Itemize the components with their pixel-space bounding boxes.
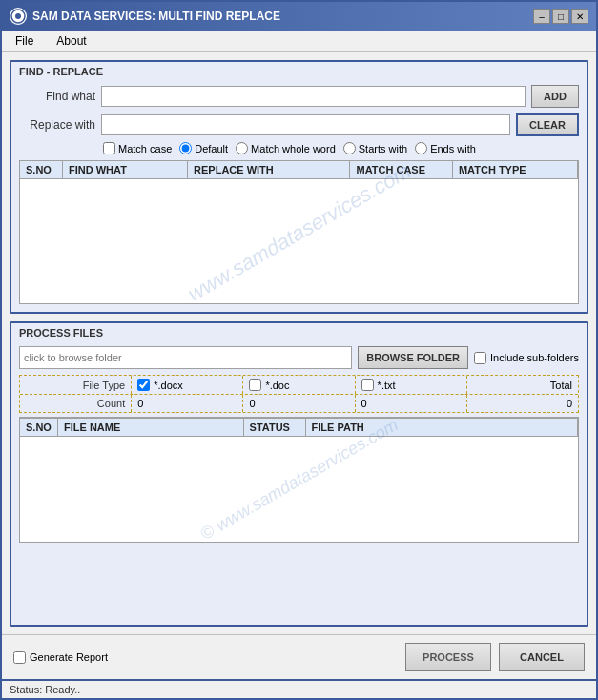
find-what-input[interactable] [101,86,526,107]
count-row: Count 0 0 0 0 [20,395,578,412]
find-replace-section: FIND - REPLACE Find what ADD Replace wit… [10,60,588,314]
files-table: S.NO FILE NAME STATUS FILE PATH © www.sa… [19,417,579,543]
total-count: 0 [467,395,578,412]
ends-with-radio[interactable] [415,142,427,154]
match-whole-word-label: Match whole word [251,143,336,154]
add-button[interactable]: ADD [531,85,579,108]
close-button[interactable]: ✕ [571,9,588,24]
main-window: SAM DATA SERVICES: MULTI FIND REPLACE – … [0,0,598,700]
txt-checkbox[interactable] [361,379,374,391]
default-radio[interactable] [179,142,192,154]
filetype-txt-cell: *.txt [356,376,467,394]
browse-folder-button[interactable]: BROWSE FOLDER [358,346,468,369]
main-content: FIND - REPLACE Find what ADD Replace wit… [2,52,596,634]
files-col-filepath: FILE PATH [306,419,578,436]
title-bar-left: SAM DATA SERVICES: MULTI FIND REPLACE [10,8,280,25]
files-table-body: © www.samdataservices.com [20,437,578,542]
window-title: SAM DATA SERVICES: MULTI FIND REPLACE [32,10,280,23]
col-replacewith: REPLACE WITH [188,161,350,178]
match-whole-word-radio[interactable] [236,142,248,154]
maximize-button[interactable]: □ [552,9,569,24]
find-replace-table: S.NO FIND WHAT REPLACE WITH MATCH CASE M… [19,160,579,304]
match-case-checkbox[interactable] [103,142,115,154]
default-label: Default [195,143,228,154]
find-replace-label: FIND - REPLACE [11,62,587,79]
include-subfolders-option[interactable]: Include sub-folders [474,352,579,364]
status-bar: Status: Ready.. [2,679,596,698]
menu-about[interactable]: About [51,32,92,50]
generate-report-label: Generate Report [30,651,108,663]
menu-bar: File About [2,31,596,52]
docx-label: *.docx [154,380,183,391]
doc-checkbox[interactable] [249,379,261,391]
minimize-button[interactable]: – [533,9,550,24]
txt-count: 0 [356,395,467,412]
folder-path-input[interactable] [19,346,352,369]
find-what-row: Find what ADD [19,85,579,108]
starts-with-option[interactable]: Starts with [343,142,407,154]
process-files-content: BROWSE FOLDER Include sub-folders File T… [11,340,587,550]
options-row: Match case Default Match whole word Star… [19,142,579,154]
files-table-header: S.NO FILE NAME STATUS FILE PATH [20,418,578,437]
files-col-filename: FILE NAME [58,419,244,436]
starts-with-label: Starts with [359,143,407,154]
doc-count: 0 [243,395,355,412]
col-matchcase: MATCH CASE [350,161,452,178]
title-bar: SAM DATA SERVICES: MULTI FIND REPLACE – … [2,2,596,31]
default-option[interactable]: Default [179,142,228,154]
filetype-header-row: File Type *.docx *.doc *.txt [20,376,578,395]
title-controls: – □ ✕ [533,9,588,24]
doc-label: *.doc [265,380,289,391]
filetype-docx-cell: *.docx [132,376,243,394]
process-files-section: PROCESS FILES BROWSE FOLDER Include sub-… [10,321,588,627]
txt-label: *.txt [378,380,396,391]
app-icon [10,8,27,25]
watermark-text: www.samdataservices.com [183,179,415,303]
process-button[interactable]: PROCESS [405,643,491,671]
ends-with-label: Ends with [430,143,476,154]
match-case-label: Match case [118,143,172,154]
menu-file[interactable]: File [10,32,39,50]
svg-point-1 [15,13,21,19]
process-files-label: PROCESS FILES [11,323,587,340]
bottom-bar: Generate Report PROCESS CANCEL [2,634,596,679]
replace-with-row: Replace with CLEAR [19,113,579,136]
docx-count: 0 [132,395,243,412]
generate-report-checkbox[interactable] [13,651,26,664]
col-matchtype: MATCH TYPE [453,161,578,178]
find-replace-table-body: www.samdataservices.com [20,179,578,303]
files-watermark-text: © www.samdataservices.com [196,437,401,542]
clear-button[interactable]: CLEAR [516,113,579,136]
col-sno: S.NO [20,161,63,178]
starts-with-radio[interactable] [343,142,356,154]
filetype-total-label: Total [467,376,578,394]
docx-checkbox[interactable] [137,379,150,391]
ends-with-option[interactable]: Ends with [415,142,476,154]
include-subfolders-label: Include sub-folders [490,352,579,363]
filetype-row-label: File Type [20,376,132,394]
status-text: Status: Ready.. [10,684,80,695]
files-col-status: STATUS [244,419,306,436]
include-subfolders-checkbox[interactable] [474,352,486,364]
find-replace-table-header: S.NO FIND WHAT REPLACE WITH MATCH CASE M… [20,161,578,179]
browse-row: BROWSE FOLDER Include sub-folders [19,346,579,369]
replace-with-input[interactable] [101,114,510,135]
files-col-sno: S.NO [20,419,58,436]
cancel-button[interactable]: CANCEL [499,643,585,671]
col-findwhat: FIND WHAT [63,161,188,178]
find-what-label: Find what [19,90,95,103]
match-whole-word-option[interactable]: Match whole word [236,142,336,154]
find-replace-content: Find what ADD Replace with CLEAR Match c… [11,79,587,312]
generate-report-option[interactable]: Generate Report [13,651,108,664]
filetype-table: File Type *.docx *.doc *.txt [19,375,579,413]
filetype-doc-cell: *.doc [243,376,355,394]
count-row-label: Count [20,395,132,412]
replace-with-label: Replace with [19,118,95,132]
match-case-option[interactable]: Match case [103,142,172,154]
